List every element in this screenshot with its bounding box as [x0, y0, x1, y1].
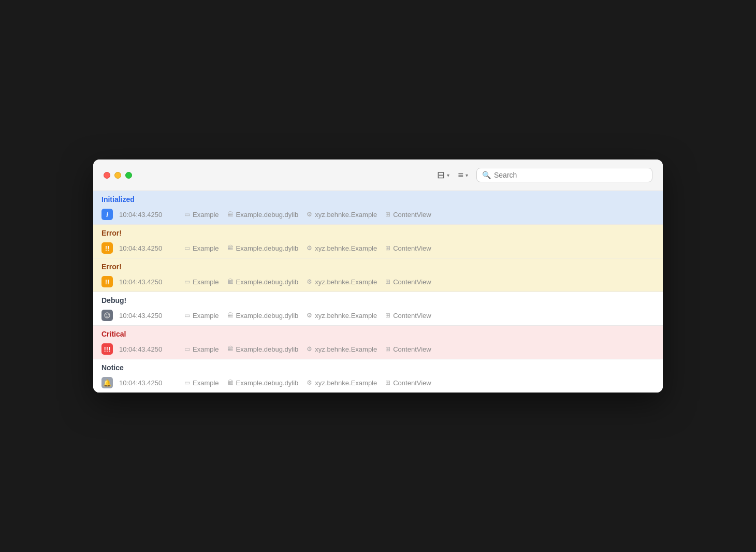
- log-component: ⊞ ContentView: [385, 345, 431, 353]
- library-icon: 🏛: [227, 345, 234, 353]
- log-process: ▭ Example: [184, 244, 219, 252]
- log-section-1: Error!!!10:04:43.4250▭ Example🏛 Example.…: [93, 225, 663, 258]
- log-bundle: ⚙ xyz.behnke.Example: [307, 244, 377, 252]
- log-level-icon: 🔔: [101, 377, 113, 388]
- bundle-icon: ⚙: [307, 278, 312, 285]
- component-icon: ⊞: [385, 278, 390, 285]
- traffic-lights: [104, 172, 132, 179]
- log-row[interactable]: i10:04:43.4250▭ Example🏛 Example.debug.d…: [93, 206, 663, 224]
- process-icon: ▭: [184, 211, 190, 218]
- log-timestamp: 10:04:43.4250: [119, 244, 176, 252]
- bundle-icon: ⚙: [307, 379, 312, 386]
- log-process: ▭ Example: [184, 278, 219, 286]
- log-bundle: ⚙ xyz.behnke.Example: [307, 345, 377, 353]
- log-section-3: Debug!10:04:43.4250▭ Example🏛 Example.de…: [93, 292, 663, 326]
- component-icon: ⊞: [385, 312, 390, 319]
- log-process: ▭ Example: [184, 345, 219, 353]
- bundle-icon: ⚙: [307, 211, 312, 218]
- log-section-4: Critical!!!10:04:43.4250▭ Example🏛 Examp…: [93, 326, 663, 359]
- log-section-2: Error!!!10:04:43.4250▭ Example🏛 Example.…: [93, 258, 663, 292]
- sort-icon: ≡: [458, 170, 463, 181]
- log-content: Initializedi10:04:43.4250▭ Example🏛 Exam…: [93, 191, 663, 393]
- svg-point-1: [106, 314, 107, 315]
- log-level-icon: [101, 310, 113, 321]
- close-button[interactable]: [104, 172, 110, 179]
- log-level-icon: i: [101, 209, 113, 220]
- log-section-header: Initialized: [93, 191, 663, 206]
- log-library: 🏛 Example.debug.dylib: [227, 278, 299, 286]
- log-section-header: Error!: [93, 225, 663, 239]
- titlebar: ⊟ ▾ ≡ ▾ 🔍: [93, 159, 663, 191]
- search-input[interactable]: [494, 171, 647, 179]
- log-row[interactable]: !!!10:04:43.4250▭ Example🏛 Example.debug…: [93, 340, 663, 359]
- log-row[interactable]: 10:04:43.4250▭ Example🏛 Example.debug.dy…: [93, 307, 663, 325]
- search-box[interactable]: 🔍: [476, 168, 652, 182]
- process-icon: ▭: [184, 278, 190, 285]
- sort-button[interactable]: ≡ ▾: [458, 170, 468, 181]
- filter-button[interactable]: ⊟ ▾: [437, 169, 449, 181]
- component-icon: ⊞: [385, 345, 390, 353]
- log-process: ▭ Example: [184, 312, 219, 319]
- log-section-5: Notice🔔10:04:43.4250▭ Example🏛 Example.d…: [93, 359, 663, 393]
- log-component: ⊞ ContentView: [385, 379, 431, 387]
- log-component: ⊞ ContentView: [385, 312, 431, 319]
- log-section-0: Initializedi10:04:43.4250▭ Example🏛 Exam…: [93, 191, 663, 225]
- bundle-icon: ⚙: [307, 312, 312, 319]
- log-bundle: ⚙ xyz.behnke.Example: [307, 211, 377, 219]
- log-library: 🏛 Example.debug.dylib: [227, 312, 299, 319]
- toolbar-icons: ⊟ ▾ ≡ ▾ 🔍: [437, 168, 652, 182]
- log-section-header: Notice: [93, 359, 663, 374]
- process-icon: ▭: [184, 244, 190, 252]
- log-bundle: ⚙ xyz.behnke.Example: [307, 312, 377, 319]
- filter-icon: ⊟: [437, 169, 445, 181]
- log-bundle: ⚙ xyz.behnke.Example: [307, 278, 377, 286]
- chevron-down-icon: ▾: [447, 172, 449, 178]
- minimize-button[interactable]: [114, 172, 121, 179]
- component-icon: ⊞: [385, 211, 390, 218]
- log-bundle: ⚙ xyz.behnke.Example: [307, 379, 377, 387]
- log-meta: 10:04:43.4250▭ Example🏛 Example.debug.dy…: [119, 345, 431, 353]
- app-window: ⊟ ▾ ≡ ▾ 🔍 Initializedi10:04:43.4250▭ Exa…: [93, 159, 663, 393]
- log-row[interactable]: !!10:04:43.4250▭ Example🏛 Example.debug.…: [93, 239, 663, 258]
- log-timestamp: 10:04:43.4250: [119, 379, 176, 387]
- log-timestamp: 10:04:43.4250: [119, 211, 176, 219]
- log-level-icon: !!: [101, 276, 113, 287]
- log-timestamp: 10:04:43.4250: [119, 312, 176, 319]
- chevron-down-icon-2: ▾: [466, 172, 468, 178]
- process-icon: ▭: [184, 345, 190, 353]
- log-row[interactable]: !!10:04:43.4250▭ Example🏛 Example.debug.…: [93, 273, 663, 292]
- log-meta: 10:04:43.4250▭ Example🏛 Example.debug.dy…: [119, 379, 431, 387]
- log-library: 🏛 Example.debug.dylib: [227, 345, 299, 353]
- log-row[interactable]: 🔔10:04:43.4250▭ Example🏛 Example.debug.d…: [93, 374, 663, 393]
- library-icon: 🏛: [227, 278, 234, 285]
- log-section-header: Error!: [93, 258, 663, 273]
- bundle-icon: ⚙: [307, 345, 312, 353]
- log-section-header: Critical: [93, 326, 663, 340]
- log-component: ⊞ ContentView: [385, 211, 431, 219]
- log-level-icon: !!!: [101, 343, 113, 355]
- library-icon: 🏛: [227, 312, 234, 319]
- log-library: 🏛 Example.debug.dylib: [227, 379, 299, 387]
- log-process: ▭ Example: [184, 379, 219, 387]
- log-meta: 10:04:43.4250▭ Example🏛 Example.debug.dy…: [119, 312, 431, 319]
- bundle-icon: ⚙: [307, 244, 312, 252]
- library-icon: 🏛: [227, 379, 234, 386]
- component-icon: ⊞: [385, 379, 390, 386]
- log-timestamp: 10:04:43.4250: [119, 278, 176, 286]
- process-icon: ▭: [184, 379, 190, 386]
- library-icon: 🏛: [227, 211, 234, 218]
- log-meta: 10:04:43.4250▭ Example🏛 Example.debug.dy…: [119, 244, 431, 252]
- library-icon: 🏛: [227, 244, 234, 252]
- search-icon: 🔍: [482, 171, 491, 179]
- log-level-icon: !!: [101, 242, 113, 254]
- log-component: ⊞ ContentView: [385, 244, 431, 252]
- maximize-button[interactable]: [125, 172, 132, 179]
- component-icon: ⊞: [385, 244, 390, 252]
- log-meta: 10:04:43.4250▭ Example🏛 Example.debug.dy…: [119, 211, 431, 219]
- log-timestamp: 10:04:43.4250: [119, 345, 176, 353]
- log-component: ⊞ ContentView: [385, 278, 431, 286]
- log-section-header: Debug!: [93, 292, 663, 307]
- log-process: ▭ Example: [184, 211, 219, 219]
- process-icon: ▭: [184, 312, 190, 319]
- log-library: 🏛 Example.debug.dylib: [227, 244, 299, 252]
